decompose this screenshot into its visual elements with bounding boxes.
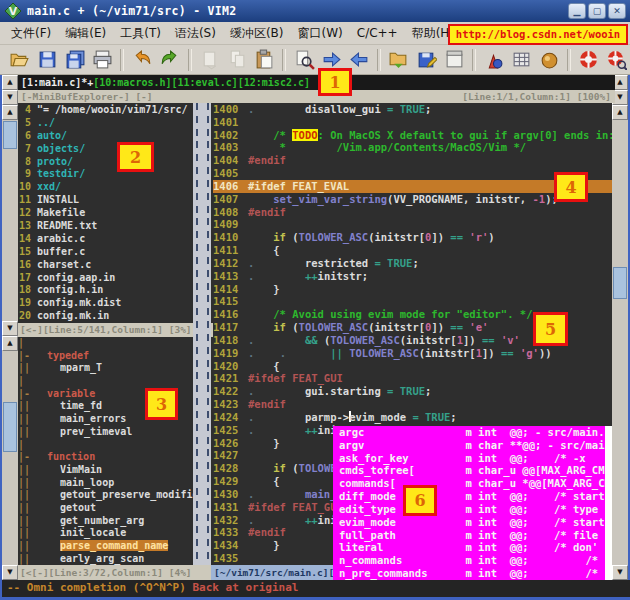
completion-item[interactable]: n_pre_commands m int @@; /*: [333, 567, 612, 580]
minimize-button[interactable]: ▁: [568, 3, 586, 19]
explorer-item-label[interactable]: buffer.c: [37, 246, 85, 259]
completion-item[interactable]: full_path m int @@; /* file: [333, 529, 612, 542]
code-line[interactable]: 1411 {: [213, 244, 612, 257]
tag-item[interactable]: init_locale: [31, 527, 126, 540]
grid-icon[interactable]: [510, 48, 534, 72]
explorer-item-label[interactable]: config.h.in: [37, 284, 103, 297]
taglist-row[interactable]: ||VimMain: [18, 464, 193, 477]
code-line[interactable]: 1424. parmp->evim_mode = TRUE;: [213, 411, 612, 424]
menu-item-0[interactable]: 文件(F): [4, 22, 58, 45]
scroll-down-button[interactable]: ▼: [2, 565, 18, 580]
taglist-row[interactable]: |-function: [18, 451, 193, 464]
completion-item[interactable]: cmds_tofree[ m char_u @@[MAX_ARG_CMD: [333, 464, 612, 477]
tag-item[interactable]: getout_preserve_modifie: [31, 489, 193, 502]
paste-clipboard-icon[interactable]: [253, 48, 277, 72]
menu-item-3[interactable]: 语法(S): [168, 22, 223, 45]
help-find-icon[interactable]: [604, 48, 628, 72]
completion-item[interactable]: argc m int @@; - src/main.: [333, 426, 612, 439]
tag-item[interactable]: time_fd: [31, 400, 102, 413]
menu-item-5[interactable]: 窗口(W): [291, 22, 350, 45]
scrollbar-thumb[interactable]: [613, 267, 627, 299]
completion-item[interactable]: ask_for_key m int @@; /* -x: [333, 452, 612, 465]
tag-item[interactable]: getout: [31, 502, 96, 515]
tag-item[interactable]: parse_command_name: [31, 540, 168, 553]
explorer-item[interactable]: 8proto/: [18, 156, 193, 169]
popup-scrollbar[interactable]: [605, 426, 612, 580]
save-session-icon[interactable]: [415, 48, 439, 72]
omni-completion-popup[interactable]: argc m int @@; - src/main.argv m char **…: [333, 426, 612, 580]
tag-item[interactable]: main_loop: [31, 477, 114, 490]
attach-disabled-icon[interactable]: [198, 48, 222, 72]
code-line[interactable]: 1405: [213, 167, 612, 180]
explorer-item-label[interactable]: "= /home/wooin/vim71/src/: [37, 104, 188, 117]
explorer-item[interactable]: 18config.h.in: [18, 284, 193, 297]
taglist-row[interactable]: ||prev_timeval: [18, 426, 193, 439]
save-all-icon[interactable]: [63, 48, 87, 72]
load-session-icon[interactable]: [387, 48, 411, 72]
explorer-item-label[interactable]: charset.c: [37, 259, 91, 272]
menu-item-1[interactable]: 编辑(E): [58, 22, 113, 45]
code-line[interactable]: 1407 set_vim_var_string(VV_PROGNAME, ini…: [213, 193, 612, 206]
buffer-tab-active[interactable]: [1:main.c]*+: [21, 77, 93, 88]
explorer-item[interactable]: 20config.mk.in: [18, 310, 193, 323]
window-separator[interactable]: [193, 103, 211, 565]
taglist-row[interactable]: ||parse_command_name: [18, 540, 193, 553]
open-file-icon[interactable]: [8, 48, 32, 72]
completion-item[interactable]: evim_mode m int @@; /* start: [333, 516, 612, 529]
explorer-item-label[interactable]: ../: [37, 117, 55, 130]
maximize-button[interactable]: ▢: [588, 3, 606, 19]
explorer-item-label[interactable]: config.aap.in: [37, 272, 115, 285]
explorer-item[interactable]: 13README.txt: [18, 220, 193, 233]
scroll-down-button[interactable]: ▼: [612, 565, 628, 580]
tag-item[interactable]: early_arg_scan: [31, 553, 144, 565]
copy-disabled-icon[interactable]: [225, 48, 249, 72]
explorer-item[interactable]: 9testdir/: [18, 168, 193, 181]
help-icon[interactable]: [577, 48, 601, 72]
explorer-item[interactable]: 5../: [18, 117, 193, 130]
explorer-item-label[interactable]: config.mk.dist: [37, 297, 121, 310]
scroll-up-button[interactable]: ▲: [2, 336, 18, 351]
completion-item[interactable]: commands[ m char_u *@@[MAX_ARG_CM: [333, 477, 612, 490]
explorer-item[interactable]: 6auto/: [18, 130, 193, 143]
taglist-row[interactable]: ||get_number_arg: [18, 515, 193, 528]
code-line[interactable]: 1415: [213, 295, 612, 308]
completion-item[interactable]: n_commands m int @@; /*: [333, 554, 612, 567]
code-line[interactable]: 1400. disallow_gui = TRUE;: [213, 103, 612, 116]
explorer-item[interactable]: 14arabic.c: [18, 233, 193, 246]
scroll-up-button[interactable]: ▲: [2, 105, 18, 120]
code-line[interactable]: 1404#endif: [213, 154, 612, 167]
explorer-item[interactable]: 11INSTALL: [18, 194, 193, 207]
explorer-item-label[interactable]: xxd/: [37, 181, 61, 194]
code-line[interactable]: 1423#endif: [213, 398, 612, 411]
close-button[interactable]: ✕: [608, 3, 626, 19]
explorer-item[interactable]: 7objects/: [18, 143, 193, 156]
scrollbar-thumb[interactable]: [3, 121, 17, 149]
explorer-item[interactable]: 12Makefile: [18, 207, 193, 220]
taglist-row[interactable]: ||init_locale: [18, 527, 193, 540]
code-line[interactable]: 1420 {: [213, 360, 612, 373]
explorer-item-label[interactable]: Makefile: [37, 207, 85, 220]
minibufexplorer-line[interactable]: [1:main.c]*+[10:macros.h][11:eval.c][12:…: [18, 75, 615, 90]
scroll-up-button[interactable]: ▲: [2, 75, 18, 90]
redo-icon[interactable]: [158, 48, 182, 72]
save-file-icon[interactable]: [36, 48, 60, 72]
blog-url-badge[interactable]: http://blog.csdn.net/wooin: [448, 24, 628, 45]
print-icon[interactable]: [91, 48, 115, 72]
explorer-item-label[interactable]: proto/: [37, 156, 73, 169]
code-line[interactable]: 1421#ifdef FEAT_GUI: [213, 372, 612, 385]
right-scrollbar[interactable]: ▲▼▲▼: [612, 75, 628, 580]
explorer-item[interactable]: 4"= /home/wooin/vim71/src/: [18, 104, 193, 117]
taglist-row[interactable]: ||getout_preserve_modifie: [18, 489, 193, 502]
explorer-item-label[interactable]: testdir/: [37, 168, 85, 181]
make-icon[interactable]: [482, 48, 506, 72]
completion-item[interactable]: argv m char **@@; - src/main: [333, 439, 612, 452]
tag-item[interactable]: VimMain: [31, 464, 102, 477]
code-line[interactable]: 1409: [213, 218, 612, 231]
completion-item[interactable]: edit_type m int @@; /* type: [333, 503, 612, 516]
menu-item-2[interactable]: 工具(T): [113, 22, 168, 45]
taglist-row[interactable]: ||early_arg_scan: [18, 553, 193, 565]
taglist-row[interactable]: ||getout: [18, 502, 193, 515]
taglist-row[interactable]: ||mparm_T: [18, 362, 193, 375]
buffer-tabs-others[interactable]: [10:macros.h][11:eval.c][12:misc2.c]: [93, 77, 310, 88]
code-line[interactable]: 1403 * /Vim.app/Contents/MacOS/Vim */: [213, 141, 612, 154]
